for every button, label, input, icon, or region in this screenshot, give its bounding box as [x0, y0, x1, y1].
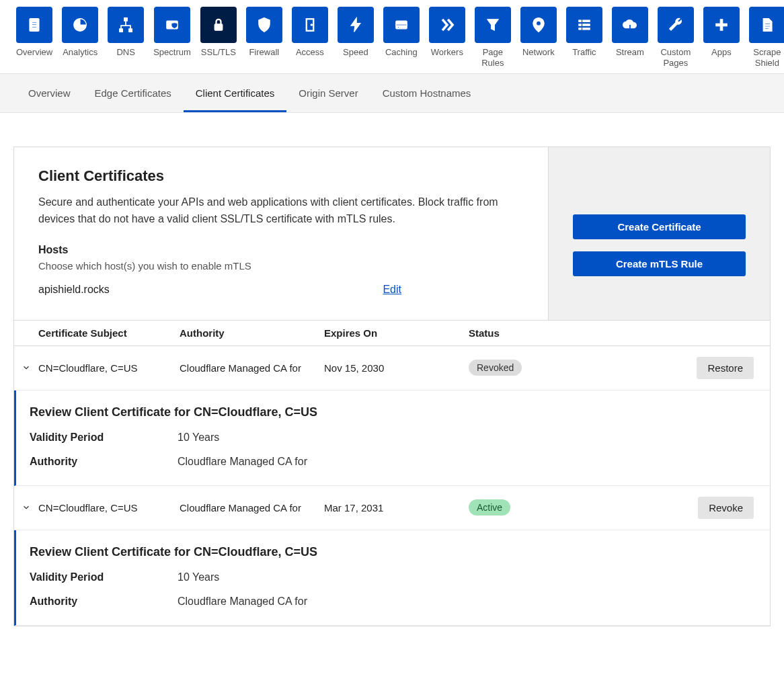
- door-icon: [292, 7, 328, 43]
- col-status: Status: [469, 327, 680, 339]
- card-right: Create Certificate Create mTLS Rule: [548, 147, 770, 320]
- detail-value: 10 Years: [178, 571, 219, 583]
- chevron-down-icon[interactable]: [14, 503, 38, 512]
- list-icon: [566, 7, 602, 43]
- restore-button[interactable]: Restore: [697, 357, 754, 379]
- tab-edge-certificates[interactable]: Edge Certificates: [83, 74, 184, 112]
- tab-client-certificates[interactable]: Client Certificates: [184, 74, 287, 112]
- nav-item-firewall[interactable]: Firewall: [246, 7, 282, 73]
- detail-row-validity: Validity Period 10 Years: [30, 431, 756, 444]
- table-row: CN=Cloudflare, C=US Cloudflare Managed C…: [14, 486, 770, 530]
- svg-rect-26: [765, 26, 770, 27]
- create-certificate-button[interactable]: Create Certificate: [573, 214, 746, 239]
- svg-point-12: [311, 24, 312, 26]
- detail-row-authority: Authority Cloudflare Managed CA for: [30, 595, 756, 608]
- nav-label: Stream: [616, 47, 644, 58]
- nav-label: Apps: [711, 47, 732, 58]
- nav-label: Firewall: [249, 47, 279, 58]
- nav-label: Access: [296, 47, 324, 58]
- nav-item-network[interactable]: Network: [520, 7, 557, 73]
- svg-rect-24: [716, 24, 727, 26]
- chevron-down-icon[interactable]: [14, 363, 38, 372]
- nav-item-spectrum[interactable]: Spectrum: [153, 7, 191, 73]
- cell-authority: Cloudflare Managed CA for: [180, 502, 324, 513]
- cell-actions: Revoke: [680, 497, 760, 519]
- clipboard-icon: [16, 7, 52, 43]
- nav-label: Spectrum: [153, 47, 191, 58]
- create-mtls-rule-button[interactable]: Create mTLS Rule: [573, 251, 746, 276]
- revoke-button[interactable]: Revoke: [698, 497, 754, 519]
- svg-rect-6: [120, 29, 123, 32]
- detail-title: Review Client Certificate for CN=Cloudfl…: [30, 405, 756, 419]
- nav-item-traffic[interactable]: Traffic: [566, 7, 602, 73]
- nav-item-page-rules[interactable]: Page Rules: [475, 7, 511, 73]
- detail-value: Cloudflare Managed CA for: [178, 595, 307, 608]
- client-certificates-card: Client Certificates Secure and authentic…: [13, 147, 771, 626]
- svg-rect-2: [32, 24, 37, 26]
- nav-item-speed[interactable]: Speed: [338, 7, 374, 73]
- detail-label: Validity Period: [30, 571, 178, 583]
- funnel-icon: [475, 7, 511, 43]
- cert-rows: CN=Cloudflare, C=US Cloudflare Managed C…: [14, 346, 770, 626]
- doc-icon: [749, 7, 784, 43]
- detail-title: Review Client Certificate for CN=Cloudfl…: [30, 545, 756, 559]
- lock-icon: [200, 7, 237, 43]
- tab-custom-hostnames[interactable]: Custom Hostnames: [370, 74, 483, 112]
- svg-rect-7: [129, 29, 132, 32]
- cert-detail: Review Client Certificate for CN=Cloudfl…: [14, 390, 770, 486]
- nav-item-caching[interactable]: Caching: [383, 7, 420, 73]
- status-badge: Revoked: [469, 360, 522, 376]
- nav-label: Speed: [343, 47, 368, 58]
- nav-label: Scrape Shield: [753, 47, 781, 68]
- card-title: Client Certificates: [38, 167, 524, 185]
- detail-row-authority: Authority Cloudflare Managed CA for: [30, 456, 756, 468]
- cell-expires: Mar 17, 2031: [324, 502, 469, 513]
- nav-item-workers[interactable]: Workers: [429, 7, 465, 73]
- nav-item-custom-pages[interactable]: Custom Pages: [658, 7, 694, 73]
- svg-rect-25: [765, 24, 770, 25]
- plus-icon: [703, 7, 740, 43]
- nav-item-access[interactable]: Access: [292, 7, 328, 73]
- detail-label: Validity Period: [30, 431, 178, 444]
- workers-icon: [429, 7, 465, 43]
- nav-label: Network: [522, 47, 555, 58]
- nav-item-overview[interactable]: Overview: [16, 7, 52, 73]
- pie-icon: [62, 7, 98, 43]
- nav-item-ssl-tls[interactable]: SSL/TLS: [200, 7, 237, 73]
- nav-item-dns[interactable]: DNS: [108, 7, 144, 73]
- cell-status: Active: [469, 499, 680, 516]
- svg-point-15: [397, 26, 399, 28]
- cell-subject: CN=Cloudflare, C=US: [38, 502, 180, 513]
- svg-rect-21: [579, 28, 582, 30]
- nav-item-scrape-shield[interactable]: Scrape Shield: [749, 7, 784, 73]
- tab-overview[interactable]: Overview: [16, 74, 83, 112]
- nav-label: Page Rules: [481, 47, 504, 68]
- svg-rect-27: [765, 28, 769, 30]
- bolt-icon: [338, 7, 374, 43]
- card-description: Secure and authenticate your APIs and we…: [38, 194, 502, 228]
- wrench-icon: [658, 7, 694, 43]
- nav-item-stream[interactable]: Stream: [612, 7, 648, 73]
- col-subject: Certificate Subject: [38, 327, 180, 339]
- host-value: apishield.rocks: [38, 284, 110, 296]
- svg-point-16: [536, 21, 541, 26]
- col-expires: Expires On: [324, 327, 469, 339]
- hosts-label: Hosts: [38, 244, 524, 256]
- nav-label: Custom Pages: [660, 47, 691, 68]
- svg-rect-1: [32, 22, 37, 23]
- nav-item-apps[interactable]: Apps: [703, 7, 740, 73]
- server-icon: [383, 7, 420, 43]
- nav-item-analytics[interactable]: Analytics: [62, 7, 98, 73]
- nav-label: Overview: [16, 47, 52, 58]
- edit-hosts-link[interactable]: Edit: [383, 284, 401, 296]
- svg-rect-14: [396, 24, 407, 26]
- detail-label: Authority: [30, 595, 178, 608]
- nav-label: Workers: [431, 47, 463, 58]
- tab-origin-server[interactable]: Origin Server: [286, 74, 370, 112]
- col-authority: Authority: [180, 327, 324, 339]
- nav-label: Traffic: [572, 47, 596, 58]
- cell-actions: Restore: [680, 357, 760, 379]
- content: Client Certificates Secure and authentic…: [0, 113, 784, 626]
- svg-rect-19: [579, 24, 582, 26]
- table-header: Certificate Subject Authority Expires On…: [14, 321, 770, 346]
